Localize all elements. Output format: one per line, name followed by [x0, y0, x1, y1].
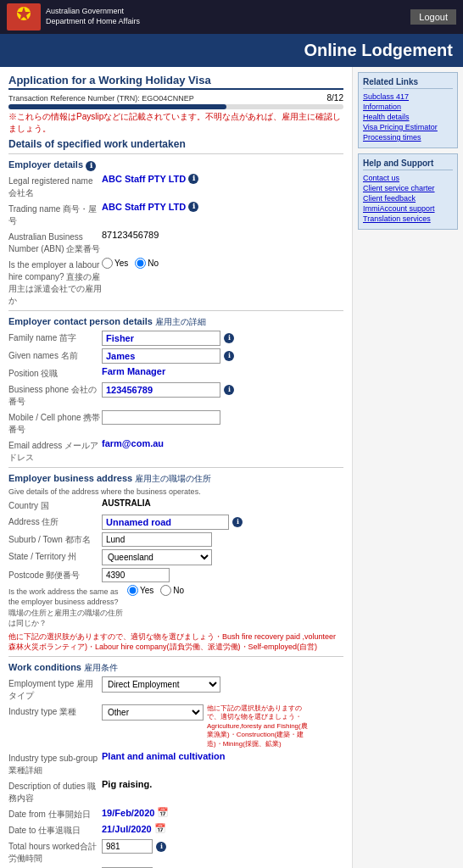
given-names-input[interactable]: [102, 348, 220, 364]
contact-jp: 雇用主の詳細: [155, 317, 206, 326]
help-box: Help and Support Contact us Client servi…: [358, 153, 458, 230]
contact-section: Employer contact person details 雇用主の詳細 F…: [8, 316, 343, 464]
date-to-label: Date to 仕事退職日: [8, 823, 102, 837]
employer-info-icon[interactable]: ℹ: [86, 161, 96, 171]
industry-sub-value: Plant and animal cultivation: [102, 751, 225, 761]
address-input[interactable]: [102, 515, 229, 530]
labour-hire-no-option[interactable]: No: [135, 258, 159, 269]
state-select[interactable]: Queensland New South Wales Victoria Sout…: [102, 549, 212, 565]
top-header: Australian Government Department of Home…: [0, 0, 463, 34]
work-cond-title: Work conditions: [8, 662, 81, 672]
family-name-info[interactable]: ℹ: [224, 333, 234, 343]
help-link-2[interactable]: Client feedback: [363, 194, 453, 203]
date-from-row: Date from 仕事開始日 19/Feb/2020 📅: [8, 807, 343, 821]
progress: 8/12: [327, 93, 343, 103]
family-name-label: Family name 苗字: [8, 331, 102, 344]
business-address-section: Employer business address 雇用主の職場の住所 Give…: [8, 473, 343, 629]
suburb-row: Suburb / Town 都市名: [8, 532, 343, 547]
country-label: Country 国: [8, 498, 102, 512]
given-names-info[interactable]: ℹ: [224, 351, 234, 361]
industry-label: Industry type 業種: [8, 704, 102, 718]
given-names-label: Given names 名前: [8, 348, 102, 362]
gov-text: Australian Government Department of Home…: [46, 7, 140, 26]
trading-name-value: ABC Staff PTY LTD: [102, 202, 186, 212]
business-phone-label: Business phone 会社の番号: [8, 382, 102, 408]
legal-name-row: Legal registered name 会社名 ABC Staff PTY …: [8, 174, 343, 199]
work-cond-jp: 雇用条件: [84, 663, 118, 672]
postcode-row: Postcode 郵便番号: [8, 568, 343, 582]
progress-bar: [8, 104, 343, 109]
emp-type-label: Employment type 雇用タイプ: [8, 676, 102, 702]
work-conditions-section: Work conditions 雇用条件 Employment type 雇用タ…: [8, 662, 343, 868]
industry-sub-label: Industry type sub-group 業種詳細: [8, 751, 102, 776]
position-value: Farm Manager: [102, 366, 165, 376]
sidebar-link-1[interactable]: Information: [363, 103, 453, 111]
hours-info[interactable]: ℹ: [156, 842, 166, 852]
emp-type-select[interactable]: Direct Employment Bush fire recovery pai…: [102, 676, 220, 693]
business-addr-jp: 雇用主の職場の住所: [135, 474, 211, 483]
mobile-row: Mobile / Cell phone 携帯番号: [8, 410, 343, 436]
payslip-note: ※これらの情報はPayslipなどに記載されています。不明な点があれば、雇用主に…: [8, 111, 343, 135]
same-addr-yes[interactable]: Yes: [127, 585, 153, 596]
date-from-label: Date from 仕事開始日: [8, 807, 102, 821]
state-row: State / Territory 州 Queensland New South…: [8, 549, 343, 565]
postcode-label: Postcode 郵便番号: [8, 568, 102, 581]
address-note: 他に下記の選択肢がありますので、適切な物を選びましょう・Bush fire re…: [8, 632, 343, 653]
mobile-label: Mobile / Cell phone 携帯番号: [8, 410, 102, 436]
email-row: Email address メールアドレス farm@com.au: [8, 438, 343, 464]
legal-name-value: ABC Staff PTY LTD: [102, 174, 186, 184]
business-phone-row: Business phone 会社の番号 ℹ: [8, 382, 343, 408]
right-sidebar: Related Links Subclass 417 Information H…: [353, 67, 463, 868]
address-row: Address 住所 ℹ: [8, 515, 343, 530]
gov-logo: Australian Government Department of Home…: [7, 3, 140, 31]
contact-title: Employer contact person details: [8, 316, 153, 326]
phone-info[interactable]: ℹ: [224, 385, 234, 395]
legal-name-label: Legal registered name 会社名: [8, 174, 102, 199]
position-label: Position 役職: [8, 366, 102, 380]
calendar-to-icon[interactable]: 📅: [154, 823, 166, 834]
position-row: Position 役職 Farm Manager: [8, 366, 343, 380]
email-label: Email address メールアドレス: [8, 438, 102, 464]
help-link-3[interactable]: ImmiAccount support: [363, 204, 453, 213]
same-addr-no[interactable]: No: [160, 585, 184, 596]
help-link-1[interactable]: Client service charter: [363, 184, 453, 192]
sidebar-link-3[interactable]: Visa Pricing Estimator: [363, 123, 453, 131]
suburb-input[interactable]: [102, 532, 212, 547]
industry-sub-row: Industry type sub-group 業種詳細 Plant and a…: [8, 751, 343, 776]
title-bar: Online Lodgement: [0, 34, 463, 67]
mobile-input[interactable]: [102, 410, 220, 425]
date-from-value: 19/Feb/2020: [102, 808, 154, 818]
abn-value: 87123456789: [102, 230, 159, 240]
address-info[interactable]: ℹ: [232, 517, 243, 527]
same-address-row: Is the work address the same as the empl…: [8, 585, 343, 629]
description-value: Pig raising.: [102, 779, 152, 789]
sidebar-link-0[interactable]: Subclass 417: [363, 92, 453, 101]
trading-name-row: Trading name 商号・屋号 ABC Staff PTY LTD ℹ: [8, 202, 343, 227]
given-names-row: Given names 名前 ℹ: [8, 348, 343, 364]
industry-select[interactable]: Other Agriculture, foresty and Fishing C…: [102, 704, 204, 721]
help-title: Help and Support: [363, 159, 453, 170]
date-to-value: 21/Jul/2020: [102, 824, 152, 834]
total-hours-input[interactable]: [102, 839, 153, 854]
business-phone-input[interactable]: [102, 382, 220, 398]
sidebar-link-4[interactable]: Processing times: [363, 133, 453, 142]
help-link-0[interactable]: Contact us: [363, 174, 453, 182]
help-link-4[interactable]: Translation services: [363, 214, 453, 223]
trn-label: Transaction Reference Number (TRN): EGO0…: [8, 94, 194, 103]
address-label: Address 住所: [8, 515, 102, 528]
logout-button[interactable]: Logout: [410, 9, 456, 25]
sidebar-link-2[interactable]: Health details: [363, 113, 453, 121]
trading-name-info[interactable]: ℹ: [188, 202, 198, 212]
family-name-row: Family name 苗字 ℹ: [8, 331, 343, 346]
state-label: State / Territory 州: [8, 549, 102, 563]
legal-name-info[interactable]: ℹ: [188, 174, 198, 184]
family-name-input[interactable]: [102, 331, 220, 346]
same-addr-label: Is the work address the same as the empl…: [8, 585, 127, 629]
labour-hire-yes-option[interactable]: Yes: [102, 258, 128, 269]
date-to-row: Date to 仕事退職日 21/Jul/2020 📅: [8, 823, 343, 837]
description-row: Description of duties 職務内容 Pig raising.: [8, 779, 343, 804]
postcode-input[interactable]: [102, 568, 170, 582]
industry-type-row: Industry type 業種 Other Agriculture, fore…: [8, 704, 343, 748]
employer-details-section: Employer details ℹ Legal registered name…: [8, 159, 343, 307]
calendar-from-icon[interactable]: 📅: [157, 807, 169, 818]
